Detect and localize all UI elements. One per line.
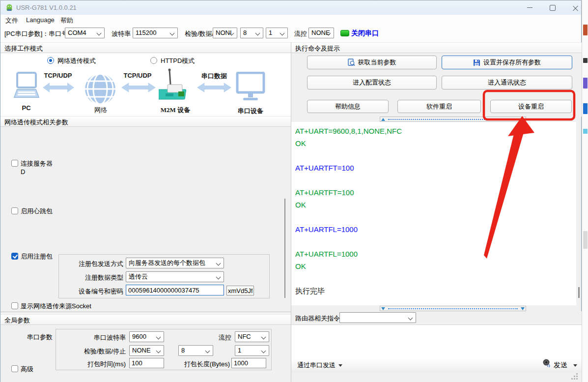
splitter-arrow-icon xyxy=(521,118,525,121)
splitter-dots xyxy=(388,119,518,120)
app-window: USR-G781 V1.0.0.21 文件 Language 帮助 [PC串口参… xyxy=(0,0,582,382)
terminal-bottom-splitter[interactable] xyxy=(380,306,526,311)
edge-marker xyxy=(583,58,588,63)
register-label: 启用注册包 xyxy=(21,252,53,261)
edge-marker xyxy=(583,129,588,134)
pack-len-label: 打包长度(Bytes) xyxy=(173,360,230,369)
get-params-label: 获取当前参数 xyxy=(358,58,396,67)
commands-header: 执行命令及提示 xyxy=(291,42,582,53)
left-splitter-highlight xyxy=(0,313,291,313)
terminal-top-splitter[interactable] xyxy=(380,117,526,122)
send-button[interactable]: 发送 xyxy=(554,361,577,370)
databits-select[interactable]: 8 xyxy=(240,28,263,38)
enter-config-button[interactable]: 进入配置状态 xyxy=(307,76,437,89)
terminal-line: AT+UARTFL=1000 xyxy=(295,248,576,260)
soft-restart-label: 软件重启 xyxy=(426,102,452,111)
parity-select[interactable]: NONI xyxy=(213,28,237,38)
reg-send-select[interactable]: 向服务器发送的每个数据包 xyxy=(126,258,224,268)
terminal-line: OK xyxy=(295,199,576,211)
via-serial-button[interactable]: 通过串口发送 xyxy=(297,361,342,370)
serial-device-icon xyxy=(235,72,266,103)
menu-file[interactable]: 文件 xyxy=(5,16,18,25)
gp-parity-label: 检验/数据/停止 xyxy=(74,347,126,356)
menu-help[interactable]: 帮助 xyxy=(60,16,73,25)
serial-data-label: 串口数据 xyxy=(198,72,230,81)
double-arrow-icon xyxy=(121,82,156,93)
menu-bar: 文件 Language 帮助 xyxy=(0,15,581,25)
reg-send-label: 注册包发送方式 xyxy=(64,260,123,268)
device-restart-label: 设备重启 xyxy=(518,102,544,111)
connect-server-label2: D xyxy=(21,168,25,176)
terminal-line: 执行完毕 xyxy=(295,285,576,297)
register-checkbox[interactable] xyxy=(11,253,18,260)
device-restart-button[interactable]: 设备重启 xyxy=(490,100,572,113)
close-port-button[interactable]: 关闭串口 xyxy=(351,29,379,38)
pack-len-input[interactable] xyxy=(231,358,266,368)
httpd-mode-radio[interactable] xyxy=(150,57,157,64)
set-save-params-button[interactable]: 设置并保存所有参数 xyxy=(442,56,572,69)
help-info-label: 帮助信息 xyxy=(335,102,361,111)
left-splitter[interactable] xyxy=(0,312,291,312)
pc-icon xyxy=(11,72,42,103)
terminal-line xyxy=(295,211,576,223)
gp-databits-select[interactable]: 8 xyxy=(178,345,213,356)
help-info-button[interactable]: 帮助信息 xyxy=(307,100,389,113)
left-panel-scrollbar[interactable] xyxy=(284,199,285,298)
gp-stopbits-select[interactable]: 1 xyxy=(235,345,269,356)
gp-parity-select[interactable]: NONE xyxy=(129,345,164,356)
double-arrow-icon xyxy=(197,82,231,93)
terminal-line xyxy=(295,174,576,186)
gp-databits-value: 8 xyxy=(181,347,185,354)
resize-grip[interactable] xyxy=(576,378,578,380)
splitter-arrow-icon xyxy=(381,118,385,121)
m2m-label: M2M 设备 xyxy=(158,106,193,115)
gp-stopbits-value: 1 xyxy=(238,347,241,354)
send-input-area[interactable]: 通过串口发送 发送 xyxy=(291,324,582,373)
router-cmd-select[interactable] xyxy=(339,312,416,323)
minimize-button[interactable] xyxy=(519,0,540,15)
terminal-line: AT+UART=9600,8,1,NONE,NFC xyxy=(295,125,576,137)
pack-time-input[interactable] xyxy=(129,358,164,368)
menu-language[interactable]: Language xyxy=(26,16,55,24)
get-params-button[interactable]: 获取当前参数 xyxy=(307,56,437,69)
transparent-mode-radio[interactable] xyxy=(47,57,54,64)
flow-label: 流控 xyxy=(294,29,307,38)
gp-flow-value: NFC xyxy=(238,333,251,340)
edge-marker xyxy=(583,25,588,35)
gp-parity-value: NONE xyxy=(132,347,151,354)
double-arrow-icon xyxy=(43,82,74,93)
maximize-button[interactable] xyxy=(542,0,563,15)
serial-group-label: 串口参数 xyxy=(27,333,53,342)
flow-select[interactable]: NONE xyxy=(308,28,334,38)
terminal-scrollbar[interactable] xyxy=(578,287,580,298)
show-socket-checkbox[interactable] xyxy=(11,302,18,309)
advanced-checkbox[interactable] xyxy=(11,365,18,372)
terminal-output[interactable]: AT+UART=9600,8,1,NONE,NFCOKAT+UARTFT=100… xyxy=(291,122,576,305)
reg-type-select[interactable]: 透传云 xyxy=(126,271,224,282)
enter-comm-button[interactable]: 进入通讯状态 xyxy=(442,76,572,89)
device-password-input[interactable] xyxy=(226,286,254,295)
port-select[interactable]: COM4 xyxy=(65,28,105,38)
flow-value: NONE xyxy=(311,29,330,36)
port-status-indicator xyxy=(340,30,349,36)
save-icon xyxy=(473,59,480,66)
send-label: 发送 xyxy=(554,361,567,369)
work-mode-panel: 网络透传模式 HTTPD模式 PC TCP/UDP 网络 TCP/UDP xyxy=(0,53,291,116)
net-params-header: 网络透传模式相关参数 xyxy=(0,116,291,127)
router-row: 路由器相关指令 xyxy=(291,311,582,324)
pc-label: PC xyxy=(15,104,37,112)
gp-baud-select[interactable]: 9600 xyxy=(129,331,164,342)
splitter-arrow-icon xyxy=(521,307,525,310)
soft-restart-button[interactable]: 软件重启 xyxy=(397,100,481,113)
reg-type-label: 注册数据类型 xyxy=(64,273,123,282)
heartbeat-label: 启用心跳包 xyxy=(21,207,53,216)
minimize-icon xyxy=(527,7,532,8)
heartbeat-checkbox[interactable] xyxy=(11,207,18,214)
baud-select[interactable]: 115200 xyxy=(133,28,178,38)
connect-server-checkbox[interactable] xyxy=(11,160,18,167)
splitter-arrow-icon xyxy=(381,307,385,310)
gp-flow-select[interactable]: NFC xyxy=(235,331,269,342)
device-id-input[interactable] xyxy=(126,285,224,295)
stopbits-select[interactable]: 1 xyxy=(266,28,288,38)
edge-marker xyxy=(583,78,588,88)
